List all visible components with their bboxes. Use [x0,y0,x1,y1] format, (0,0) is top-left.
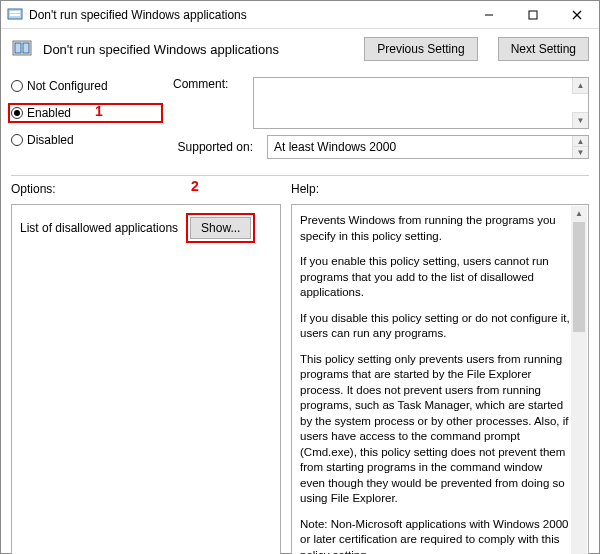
help-text: Note: Non-Microsoft applications with Wi… [300,517,570,554]
annotation-box-1: Enabled [8,103,163,123]
disallowed-list-label: List of disallowed applications [20,221,178,235]
options-panel: List of disallowed applications Show... [11,204,281,554]
titlebar: Don't run specified Windows applications [1,1,599,29]
policy-icon [7,7,23,23]
svg-rect-4 [529,11,537,19]
annotation-2: 2 [191,178,199,194]
scroll-down-icon[interactable]: ▼ [572,112,588,128]
radio-icon [11,80,23,92]
help-panel: Prevents Windows from running the progra… [291,204,589,554]
help-text: This policy setting only prevents users … [300,352,570,507]
help-scrollbar[interactable]: ▲ ▼ [571,206,587,554]
supported-on-field: At least Windows 2000 ▲ ▼ [267,135,589,159]
group-policy-editor-window: Don't run specified Windows applications… [0,0,600,554]
help-text: If you disable this policy setting or do… [300,311,570,342]
radio-label: Not Configured [27,79,108,93]
comment-textarea[interactable]: ▲ ▼ [253,77,589,129]
help-text: Prevents Windows from running the progra… [300,213,570,244]
radio-enabled[interactable]: Enabled [11,106,71,120]
scroll-up-icon[interactable]: ▲ [572,78,588,94]
radio-label: Disabled [27,133,74,147]
svg-rect-9 [23,43,29,53]
radio-icon [11,107,23,119]
maximize-button[interactable] [511,1,555,29]
show-button[interactable]: Show... [190,217,251,239]
supported-label: Supported on: [173,140,253,154]
annotation-1: 1 [95,103,103,119]
scrollbar-thumb[interactable] [573,222,585,332]
separator [11,175,589,176]
close-button[interactable] [555,1,599,29]
svg-rect-1 [10,11,20,13]
help-text: If you enable this policy setting, users… [300,254,570,301]
policy-large-icon [11,38,33,60]
scroll-up-icon[interactable]: ▲ [571,206,587,222]
options-label: Options: [11,182,281,196]
comment-label: Comment: [173,77,243,91]
next-setting-button[interactable]: Next Setting [498,37,589,61]
radio-disabled[interactable]: Disabled [11,133,163,147]
previous-setting-button[interactable]: Previous Setting [364,37,477,61]
radio-label: Enabled [27,106,71,120]
header: Don't run specified Windows applications… [1,29,599,69]
svg-rect-8 [15,43,21,53]
header-title: Don't run specified Windows applications [43,42,354,57]
minimize-button[interactable] [467,1,511,29]
radio-icon [11,134,23,146]
scroll-down-icon[interactable]: ▼ [572,146,588,158]
window-title: Don't run specified Windows applications [29,8,467,22]
radio-not-configured[interactable]: Not Configured [11,79,163,93]
supported-value: At least Windows 2000 [274,140,396,154]
svg-rect-2 [10,14,20,16]
help-label: Help: [291,182,589,196]
annotation-box-2: Show... [186,213,255,243]
